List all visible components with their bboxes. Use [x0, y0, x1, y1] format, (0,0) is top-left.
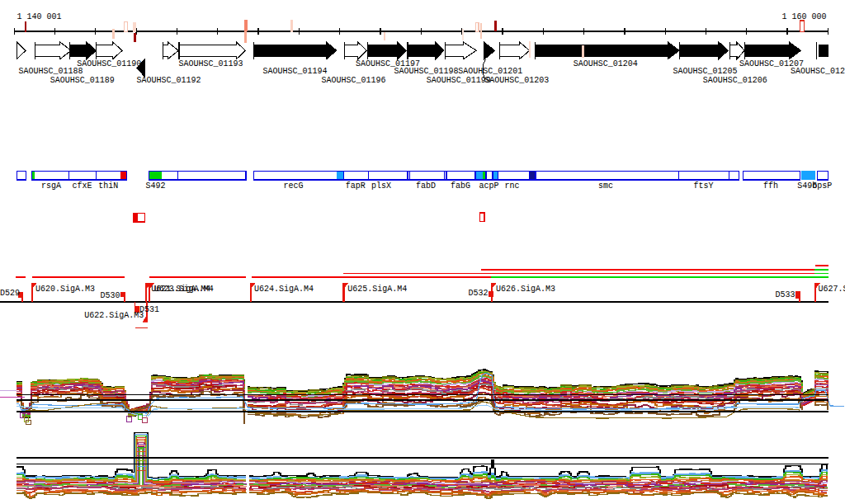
- svg-text:thiN: thiN: [98, 181, 118, 191]
- svg-text:S492: S492: [145, 181, 165, 191]
- svg-text:rnc: rnc: [505, 181, 520, 191]
- svg-text:SAOUHSC_01192: SAOUHSC_01192: [136, 76, 201, 85]
- svg-text:SAOUHSC_01201: SAOUHSC_01201: [458, 67, 522, 76]
- svg-text:SAOUHSC_01193: SAOUHSC_01193: [178, 59, 243, 68]
- svg-text:ftsY: ftsY: [693, 181, 713, 191]
- svg-text:SAOUHSC_01205: SAOUHSC_01205: [673, 67, 737, 76]
- svg-text:SAOUHSC_01196: SAOUHSC_01196: [321, 76, 385, 85]
- svg-text:D533: D533: [775, 290, 795, 299]
- svg-text:fabG: fabG: [451, 181, 470, 191]
- svg-text:SAOUHSC_01189: SAOUHSC_01189: [50, 76, 115, 85]
- svg-text:fapR: fapR: [346, 181, 366, 191]
- svg-text:U623.SigA.M4: U623.SigA.M4: [154, 285, 214, 294]
- svg-text:U627.SigA.M3: U627.SigA.M3: [819, 285, 845, 294]
- svg-text:recG: recG: [284, 181, 304, 191]
- svg-text:U624.SigA.M4: U624.SigA.M4: [254, 285, 314, 294]
- svg-text:SAOUHSC_01194: SAOUHSC_01194: [262, 67, 327, 76]
- svg-text:acpP: acpP: [479, 181, 499, 191]
- svg-text:smc: smc: [598, 181, 613, 191]
- svg-text:SAOUHSC_01203: SAOUHSC_01203: [484, 76, 549, 85]
- svg-text:plsX: plsX: [371, 181, 391, 191]
- svg-text:fabD: fabD: [416, 181, 436, 191]
- svg-text:SAOUHSC_01190: SAOUHSC_01190: [77, 59, 141, 68]
- svg-text:U626.SigA.M3: U626.SigA.M3: [496, 285, 555, 294]
- svg-text:SAOUHSC_01199: SAOUHSC_01199: [427, 76, 491, 85]
- svg-text:D530: D530: [101, 291, 120, 300]
- svg-text:U625.SigA.M4: U625.SigA.M4: [347, 285, 407, 294]
- svg-text:SAOUHSC_01188: SAOUHSC_01188: [18, 67, 83, 76]
- svg-text:rsgA: rsgA: [41, 181, 61, 191]
- svg-text:SAOUHSC_01206: SAOUHSC_01206: [703, 76, 767, 85]
- svg-text:U620.SigA.M3: U620.SigA.M3: [35, 285, 95, 294]
- svg-text:cfxE: cfxE: [73, 181, 92, 191]
- svg-text:1 140 001: 1 140 001: [17, 12, 62, 21]
- svg-text:bpsP: bpsP: [812, 181, 832, 191]
- svg-text:U622.SigA.M3: U622.SigA.M3: [84, 311, 144, 320]
- svg-text:SAOUHSC_01204: SAOUHSC_01204: [574, 59, 638, 68]
- svg-text:SAOUHSC_01198: SAOUHSC_01198: [394, 67, 459, 76]
- svg-text:SAOUHSC_01208: SAOUHSC_01208: [791, 67, 845, 76]
- svg-text:D529: D529: [0, 289, 20, 298]
- svg-text:D532: D532: [469, 289, 489, 298]
- svg-text:ffh: ffh: [763, 181, 778, 191]
